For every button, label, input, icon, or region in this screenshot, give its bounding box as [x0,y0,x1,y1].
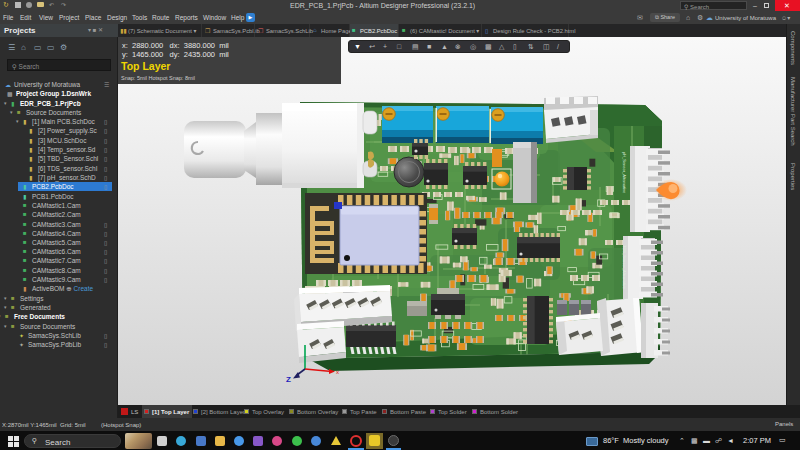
svg-text:TDS_Sensor_Alternative: TDS_Sensor_Alternative [622,245,627,290]
svg-text:pH_Sensor_Alternative: pH_Sensor_Alternative [622,152,627,194]
svg-text:x: x [336,369,339,375]
svg-text:Z: Z [286,375,291,384]
